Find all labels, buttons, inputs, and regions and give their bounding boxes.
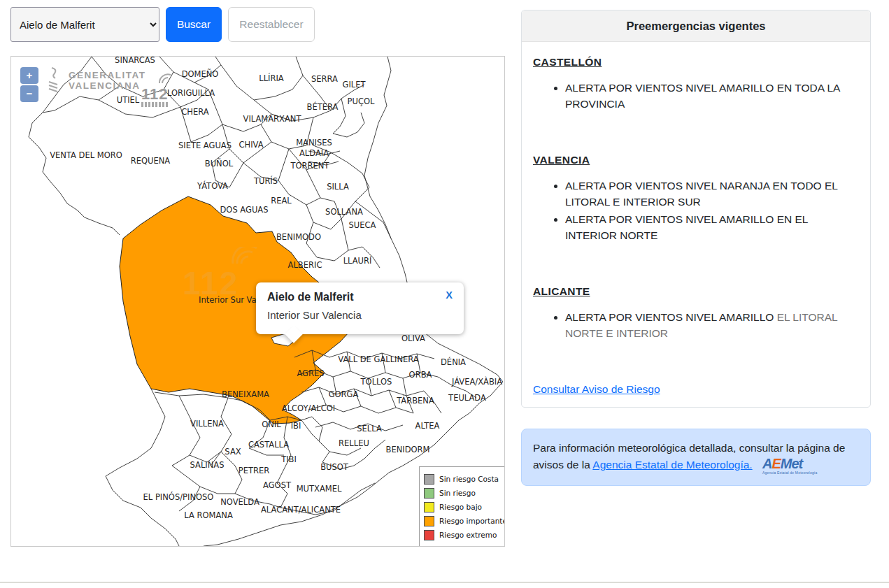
map-label: MANISES: [296, 138, 332, 148]
map-legend: Sin riesgo CostaSin riesgoRiesgo bajoRie…: [419, 466, 505, 547]
alert-item: ALERTA POR VIENTOS NIVEL AMARILLO EN EL …: [565, 211, 859, 243]
gva-emblem-icon: [46, 66, 64, 94]
watermark-112-number: 112: [183, 268, 259, 299]
map-label: ALCOY/ALCOI: [282, 403, 335, 413]
alert-item: ALERTA POR VIENTOS NIVEL AMARILLO EL LIT…: [565, 309, 859, 341]
map-label: SAX: [225, 447, 241, 457]
map-label: CASTALLA: [248, 440, 289, 450]
zoom-out-button[interactable]: −: [20, 85, 38, 102]
legend-swatch: [424, 502, 434, 512]
municipality-popup: Aielo de Malferit Interior Sur Valencia …: [256, 282, 464, 334]
map-zoom-control: + −: [20, 67, 38, 102]
map-label: TÀRBENA: [397, 396, 434, 406]
map-label: SUECA: [349, 220, 376, 230]
map-label: DOS AGUAS: [220, 205, 268, 215]
map-label: SELLA: [357, 424, 382, 433]
legend-label: Riesgo bajo: [439, 503, 482, 511]
map-label: BUÑOL: [205, 159, 233, 168]
map-label: PUÇOL: [348, 96, 375, 106]
alert-item: ALERTA POR VIENTOS NIVEL AMARILLO EN TOD…: [565, 80, 859, 112]
map-label: MUTXAMEL: [297, 484, 342, 494]
legend-item: Riesgo importante: [424, 514, 505, 528]
popup-close-button[interactable]: X: [444, 288, 454, 302]
aemet-logo-e: E: [771, 456, 780, 471]
map-label: VILLENA: [190, 419, 224, 429]
legend-item: Sin riesgo: [424, 486, 505, 500]
map-label: TEULADA: [448, 393, 486, 403]
map-label: LLÍRIA: [259, 73, 283, 83]
map-label: SERRA: [311, 74, 338, 84]
map-label: BENEIXAMA: [222, 389, 269, 399]
map-label: BENIMODO: [276, 232, 321, 242]
province-heading: ALICANTE: [533, 285, 859, 298]
map-label: ALBERIC: [288, 260, 322, 270]
map-label: NOVELDA: [220, 497, 259, 507]
map-label: BUSOT: [320, 462, 348, 472]
map-label: TORRENT: [291, 161, 329, 171]
map-label: RELLEU: [339, 438, 369, 448]
map-label: ALDAIA: [299, 148, 329, 158]
watermark-112: 112: [183, 247, 259, 299]
search-toolbar: Aielo de Malferit Buscar Reestablecer: [10, 7, 315, 42]
map-label: SIETE AGUAS: [178, 141, 232, 150]
gva-logo-line1: GENERALITAT: [69, 70, 146, 80]
map-label: ORBA: [409, 370, 432, 380]
aemet-logo-met: Met: [781, 456, 802, 471]
map-label: TIBI: [281, 454, 297, 464]
map-label: YÁTOVA: [197, 181, 228, 191]
preemergencias-card: Preemergencias vigentes CASTELLÓNALERTA …: [521, 10, 871, 408]
map-label: ALACANT/ALICANTE: [261, 505, 341, 515]
watermark-waves-icon: [211, 247, 259, 265]
map-label: REQUENA: [131, 156, 170, 166]
map-label: VILAMARXANT: [243, 114, 301, 124]
map-label: LLAURÍ: [343, 256, 372, 266]
alert-list: ALERTA POR VIENTOS NIVEL AMARILLO EL LIT…: [554, 309, 859, 341]
map-label: UTIEL: [117, 95, 140, 105]
legend-label: Riesgo extremo: [439, 531, 497, 539]
map-label: JÁVEA/XÀBIA: [452, 377, 502, 387]
consultar-aviso-link[interactable]: Consultar Aviso de Riesgo: [533, 383, 660, 395]
map-label: DÉNIA: [441, 357, 466, 367]
logo-112-caption: [141, 102, 169, 107]
province-heading: VALENCIA: [533, 154, 859, 166]
buscar-button[interactable]: Buscar: [166, 7, 222, 42]
map-label: AGOST: [263, 480, 291, 490]
aemet-link[interactable]: Agencia Estatal de Meteorología.: [592, 459, 752, 471]
popup-subtitle: Interior Sur Valencia: [267, 309, 362, 321]
map-label: SALINAS: [190, 460, 225, 470]
legend-item: Riesgo extremo: [424, 528, 505, 542]
map-label: TURÍS: [254, 176, 278, 186]
map-label: AGRES: [297, 368, 324, 378]
legend-label: Sin riesgo: [439, 489, 476, 497]
legend-swatch: [424, 488, 434, 499]
map-label: PETRER: [239, 466, 269, 475]
panel-title: Preemergencias vigentes: [522, 10, 870, 42]
map-label: LORIGUILLA: [167, 88, 215, 98]
map-label: IBI: [291, 421, 301, 431]
alert-list: ALERTA POR VIENTOS NIVEL AMARILLO EN TOD…: [554, 80, 859, 112]
popup-title: Aielo de Malferit: [267, 291, 354, 303]
legend-label: Riesgo importante: [439, 517, 505, 525]
municipality-select[interactable]: Aielo de Malferit: [10, 7, 159, 42]
alert-sections: CASTELLÓNALERTA POR VIENTOS NIVEL AMARIL…: [533, 56, 859, 341]
zoom-in-button[interactable]: +: [20, 67, 38, 84]
map-label: LA ROMANA: [184, 510, 233, 520]
aemet-info-box: Para información meteorológica detallada…: [521, 429, 871, 486]
map-label: REAL: [271, 196, 292, 206]
legend-label: Sin riesgo Costa: [439, 475, 499, 483]
map-label: GORGA: [329, 389, 359, 399]
map-label: VENTA DEL MORO: [50, 150, 122, 160]
alert-item: ALERTA POR VIENTOS NIVEL NARANJA EN TODO…: [565, 178, 859, 210]
map-label: CHIVA: [239, 140, 263, 150]
gva-logo-line2: VALENCIANA: [69, 80, 146, 91]
risk-map[interactable]: + − GENERALITAT VALENCIANA 112: [10, 56, 505, 547]
map-label: ONIL: [262, 420, 280, 429]
map-label: OLIVA: [401, 334, 425, 343]
aemet-logo-a: A: [762, 456, 771, 471]
map-label: EL PINÓS/PINOSO: [143, 492, 214, 502]
legend-swatch: [424, 530, 434, 540]
map-label: GILET: [342, 80, 365, 89]
legend-item: Sin riesgo Costa: [424, 472, 505, 486]
alert-list: ALERTA POR VIENTOS NIVEL NARANJA EN TODO…: [554, 178, 859, 243]
reestablecer-button[interactable]: Reestablecer: [228, 7, 315, 42]
